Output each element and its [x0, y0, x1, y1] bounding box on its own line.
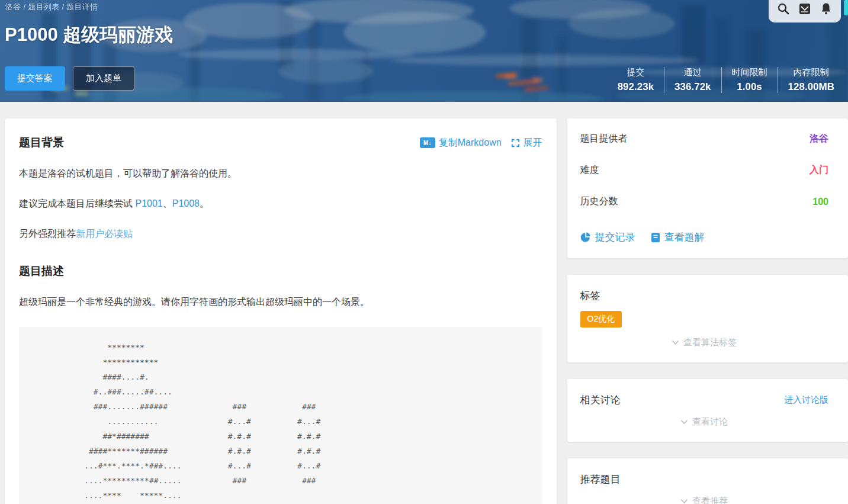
- background-paragraph-1: 本题是洛谷的试机题目，可以帮助了解洛谷的使用。: [19, 166, 542, 181]
- link-p1001[interactable]: P1001: [135, 198, 162, 208]
- text: 。: [200, 198, 209, 208]
- info-row-difficulty: 难度 入门: [580, 164, 828, 176]
- add-to-problem-list-button[interactable]: 加入题单: [73, 66, 134, 91]
- tags-title: 标签: [580, 289, 828, 303]
- stat-value: 336.72k: [674, 81, 711, 93]
- submit-answer-button[interactable]: 提交答案: [5, 66, 65, 91]
- enter-discussion-board-link[interactable]: 进入讨论版: [784, 394, 828, 406]
- problem-info-card: 题目提供者 洛谷 难度 入门 历史分数 100: [567, 118, 848, 258]
- score-label: 历史分数: [580, 195, 618, 208]
- submission-records-label: 提交记录: [595, 230, 635, 244]
- background-paragraph-3: 另外强烈推荐新用户必读贴: [19, 227, 542, 241]
- tags-card: 标签 O2优化 查看算法标签: [567, 275, 848, 362]
- book-icon: [651, 232, 660, 243]
- stat-submissions: 提交 892.23k: [608, 67, 664, 93]
- text: 另外强烈推荐: [19, 229, 76, 239]
- stat-memory-limit: 内存限制 128.00MB: [778, 67, 844, 93]
- problem-content-card: 题目背景 M↓ 复制Markdown 展开 本题是洛谷的试机题目，可以帮助了解洛…: [5, 118, 557, 504]
- link-p1008[interactable]: P1008: [172, 198, 200, 208]
- text: 、: [163, 198, 172, 208]
- stat-label: 内存限制: [788, 67, 834, 78]
- copy-markdown-button[interactable]: M↓ 复制Markdown: [420, 137, 502, 149]
- stat-label: 时间限制: [732, 67, 767, 78]
- view-solutions-link[interactable]: 查看题解: [651, 230, 705, 244]
- copy-markdown-label: 复制Markdown: [439, 137, 502, 149]
- inbox-icon[interactable]: [798, 2, 811, 15]
- link-new-user-guide[interactable]: 新用户必读贴: [76, 229, 133, 239]
- view-solutions-label: 查看题解: [664, 230, 705, 244]
- show-algorithm-tags-label: 查看算法标签: [683, 337, 737, 348]
- bell-icon[interactable]: [820, 2, 833, 15]
- stat-value: 128.00MB: [788, 81, 834, 93]
- show-discussions-label: 查看讨论: [692, 416, 728, 428]
- avatar[interactable]: [844, 0, 848, 15]
- provider-label: 题目提供者: [580, 133, 628, 145]
- recommended-problems-card: 推荐题目 查看推荐: [567, 458, 848, 504]
- stat-label: 提交: [618, 67, 654, 78]
- expand-label: 展开: [523, 137, 542, 149]
- recommended-title: 推荐题目: [580, 473, 828, 486]
- top-icon-tray: [769, 0, 841, 23]
- stat-value: 892.23k: [618, 81, 654, 93]
- submission-records-link[interactable]: 提交记录: [580, 230, 635, 244]
- chevron-down-icon: [672, 340, 679, 345]
- section-title-description: 题目描述: [19, 264, 542, 279]
- stat-label: 通过: [674, 67, 711, 78]
- difficulty-value: 入门: [810, 164, 828, 176]
- tag-o2-badge[interactable]: O2优化: [580, 311, 622, 328]
- show-discussions-toggle[interactable]: 查看讨论: [580, 416, 828, 428]
- breadcrumb[interactable]: 洛谷 / 题目列表 / 题目详情: [5, 2, 98, 12]
- chevron-down-icon: [680, 419, 688, 425]
- show-recommendations-toggle[interactable]: 查看推荐: [580, 496, 828, 504]
- difficulty-label: 难度: [580, 164, 599, 176]
- section-title-background: 题目背景: [19, 135, 64, 150]
- info-row-score: 历史分数 100: [580, 195, 828, 208]
- sidebar: 题目提供者 洛谷 难度 入门 历史分数 100: [567, 118, 848, 504]
- background-paragraph-2: 建议完成本题目后继续尝试 P1001、P1008。: [19, 197, 542, 211]
- expand-icon: [511, 139, 520, 147]
- problem-banner: 洛谷 / 题目列表 / 题目详情 P1000 超级玛丽游戏 提交答案 加入题单 …: [0, 0, 848, 102]
- discussions-title: 相关讨论: [580, 393, 621, 407]
- stat-value: 1.00s: [732, 81, 767, 93]
- chevron-down-icon: [680, 499, 688, 504]
- show-algorithm-tags-toggle[interactable]: 查看算法标签: [580, 337, 828, 348]
- problem-stats: 提交 892.23k 通过 336.72k 时间限制 1.00s 内存限制 12…: [608, 67, 844, 93]
- text: 建议完成本题目后继续尝试: [19, 198, 135, 208]
- description-paragraph-1: 超级玛丽是一个非常经典的游戏。请你用字符画的形式输出超级玛丽中的一个场景。: [19, 295, 542, 309]
- expand-button[interactable]: 展开: [511, 137, 542, 149]
- discussions-card: 相关讨论 进入讨论版 查看讨论: [567, 379, 848, 442]
- ascii-art-block: ******** ************ ####....#. #..###.…: [19, 327, 542, 504]
- score-value: 100: [812, 197, 828, 207]
- stat-accepted: 通过 336.72k: [664, 67, 721, 93]
- page-title: P1000 超级玛丽游戏: [5, 23, 173, 47]
- stat-time-limit: 时间限制 1.00s: [721, 67, 778, 93]
- pie-chart-icon: [580, 232, 591, 243]
- show-recommendations-label: 查看推荐: [692, 496, 728, 504]
- markdown-icon: M↓: [420, 137, 435, 148]
- search-icon[interactable]: [777, 2, 790, 15]
- info-row-provider: 题目提供者 洛谷: [580, 133, 828, 145]
- provider-value[interactable]: 洛谷: [810, 133, 828, 145]
